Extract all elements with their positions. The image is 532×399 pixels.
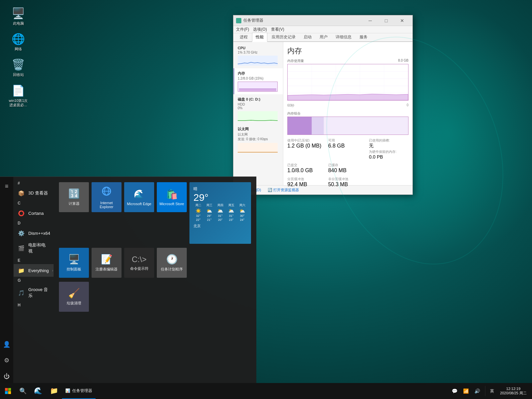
stat-available-label: 可用 [328, 138, 368, 143]
start-tiles: 🔢 计算器 InternetExplorer 🌊 Microsoft Edge [54, 177, 256, 383]
tile-task-scheduler[interactable]: 🕐 任务计划程序 [157, 248, 187, 278]
hamburger-icon[interactable]: ≡ [0, 180, 13, 193]
tile-control-panel[interactable]: 🖥️ 控制面板 [59, 248, 89, 278]
task-tile-label: 任务计划程序 [161, 267, 183, 272]
memory-content: 内存 内存使用量 8.0 GB [283, 42, 412, 185]
tm-icon [236, 18, 241, 23]
weather-forecast: 周二 ☀️ 32° 22° 周三 ⛅ 29° 21° 周四 [193, 203, 247, 221]
taskbar-edge[interactable]: 🌊 [30, 383, 46, 399]
forecast-fri: 周六 ⛅ 30° 24° [237, 203, 247, 221]
taskbar-sys-tray: 💬 📶 🔊 英 12:12:19 2020/08/25 周二 [447, 383, 532, 399]
volume-icon[interactable]: 🔊 [472, 386, 482, 396]
calc-tile-label: 计算器 [69, 201, 80, 206]
notification-icon[interactable]: 💬 [450, 386, 460, 396]
tab-history[interactable]: 应用历史记录 [268, 33, 299, 41]
recycle-icon: 🗑️ [12, 58, 25, 71]
app-cortana[interactable]: ⭕ Cortana [14, 207, 54, 219]
app-groove[interactable]: 🎵 Groove 音乐 [14, 284, 54, 301]
stat-paged-value: 92.4 MB [287, 182, 327, 188]
desktop-icon-network[interactable]: 🌐 网络 [7, 32, 30, 51]
desktop-icon-textfile[interactable]: 📄 win10第1次进桌面必... [7, 84, 30, 107]
language-badge[interactable]: 英 [488, 388, 496, 394]
tile-calculator[interactable]: 🔢 计算器 [59, 182, 89, 212]
tile-store[interactable]: 🛍️ Microsoft Store [157, 182, 187, 212]
menu-view[interactable]: 查看(V) [271, 27, 284, 32]
minimize-button[interactable]: ─ [363, 15, 378, 26]
taskbar-task-manager[interactable]: 📊 任务管理器 [62, 383, 96, 399]
desktop-icon-computer[interactable]: 🖥️ 此电脑 [7, 7, 30, 26]
close-button[interactable]: ✕ [395, 15, 410, 26]
settings-strip-icon[interactable]: ⚙ [0, 354, 13, 367]
perf-network[interactable]: 以太网 以太网发送: 0 接收: 0 Kbps [233, 124, 283, 156]
app-dism[interactable]: ⚙️ Dism++x64 [14, 227, 54, 239]
footer-monitor-link[interactable]: 打开资源监视器 [273, 188, 299, 192]
app-3d-viewer[interactable]: 📦 3D 查看器 [14, 187, 54, 200]
stat-cached-value: 840 MB [328, 168, 368, 174]
tab-performance[interactable]: 性能 [252, 33, 267, 42]
ie-tile-icon [101, 186, 112, 199]
cpu-sub: 1% 3.70 GHz [238, 51, 280, 54]
tab-startup[interactable]: 启动 [300, 33, 315, 41]
stat-paged-label: 分页缓冲池 [287, 177, 327, 182]
menu-file[interactable]: 文件(F) [236, 27, 249, 32]
start-button[interactable] [0, 383, 16, 399]
window-controls: ─ □ ✕ [363, 15, 410, 26]
network-label: 网络 [15, 47, 22, 51]
tab-users[interactable]: 用户 [316, 33, 331, 41]
stat-available: 可用 6.8 GB [328, 138, 368, 160]
tile-cmd[interactable]: C:\> 命令提示符 [124, 248, 154, 278]
everything-icon: 📁 [18, 267, 25, 274]
chart-time-labels: 60秒 0 [287, 103, 408, 108]
power-icon[interactable]: ⏻ [0, 370, 13, 383]
time-label-left: 60秒 [287, 103, 294, 108]
app-movies[interactable]: 🎬 电影和电视 [14, 239, 54, 257]
tile-trash-cleaner[interactable]: 🧹 垃圾清理 [59, 282, 89, 312]
tab-details[interactable]: 详细信息 [332, 33, 355, 41]
tile-edge[interactable]: 🌊 Microsoft Edge [124, 182, 154, 212]
network-sys-icon[interactable]: 📶 [461, 386, 471, 396]
stat-available-value: 6.8 GB [328, 143, 368, 149]
store-tile-icon: 🛍️ [166, 189, 178, 200]
clock[interactable]: 12:12:19 2020/08/25 周二 [497, 383, 529, 399]
perf-cpu[interactable]: CPU 1% 3.70 GHz [233, 43, 283, 68]
start-menu: ≡ 👤 ⚙ ⏻ # 📦 3D 查看器 C ⭕ Cortana D ⚙️ Dism… [0, 177, 256, 383]
user-icon[interactable]: 👤 [0, 338, 13, 351]
svg-rect-13 [312, 117, 324, 135]
perf-memory[interactable]: 内存 1.2/8.0 GB (15%) [233, 68, 283, 94]
tab-services[interactable]: 服务 [356, 33, 371, 41]
maximize-button[interactable]: □ [379, 15, 394, 26]
time-label-right: 0 [406, 103, 408, 108]
net-mini-chart [238, 143, 278, 153]
cortana-icon: ⭕ [18, 209, 25, 217]
tile-internet-explorer[interactable]: InternetExplorer [92, 182, 122, 212]
desktop: 🖥️ 此电脑 🌐 网络 🗑️ 回收站 📄 win10第1次进桌面必... 任务管… [0, 0, 532, 399]
comp-chart-svg [288, 117, 408, 135]
menu-options[interactable]: 选项(O) [253, 27, 267, 32]
menubar: 文件(F) 选项(O) 查看(V) [233, 26, 412, 33]
tiles-row-1: 🔢 计算器 InternetExplorer 🌊 Microsoft Edge [59, 182, 251, 244]
memory-usage-chart [287, 64, 408, 101]
app-groove-label: Groove 音乐 [28, 287, 50, 299]
search-button[interactable]: 🔍 [17, 385, 29, 397]
tab-process[interactable]: 进程 [236, 33, 251, 41]
textfile-icon: 📄 [12, 84, 25, 97]
desktop-icon-recycle[interactable]: 🗑️ 回收站 [7, 58, 30, 77]
tile-weather[interactable]: 晴 29° 周二 ☀️ 32° 22° 周三 ⛅ 29° [189, 182, 251, 244]
network-icon: 🌐 [12, 32, 25, 46]
app-everything[interactable]: 📁 Everything › [14, 264, 54, 277]
recycle-label: 回收站 [13, 73, 24, 77]
mem-chart-svg [238, 82, 277, 91]
perf-disk[interactable]: 磁盘 0 (C: D:) HDD0% [233, 94, 283, 124]
tile-regedit[interactable]: 📝 注册表编辑器 [92, 248, 122, 278]
everything-arrow: › [52, 269, 53, 272]
stats-grid: 使用中(已压缩) 1.2 GB (0 MB) 可用 6.8 GB 已使用的插槽:… [287, 138, 408, 188]
taskbar-explorer[interactable]: 📁 [46, 383, 62, 399]
weather-location: 北京 [193, 223, 247, 228]
clock-time: 12:12:19 [506, 387, 521, 391]
disk-sub: HDD0% [238, 103, 280, 110]
app-movies-label: 电影和电视 [28, 242, 50, 254]
forecast-tue: 周三 ⛅ 29° 21° [204, 203, 214, 221]
store-tile-label: Microsoft Store [159, 202, 184, 206]
tabs: 进程 性能 应用历史记录 启动 用户 详细信息 服务 [233, 33, 412, 42]
disk-title: 磁盘 0 (C: D:) [238, 97, 280, 102]
